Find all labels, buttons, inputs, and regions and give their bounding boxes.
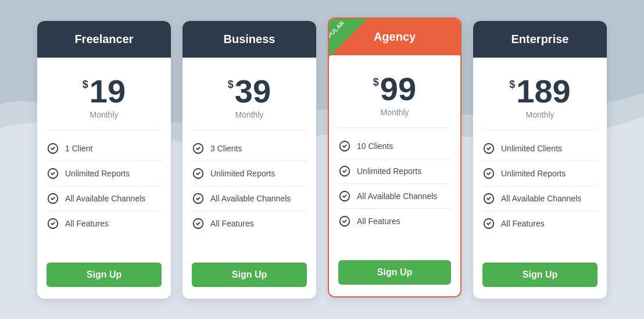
feature-label: Unlimited Reports (357, 166, 421, 176)
list-item: All Features (482, 211, 598, 236)
feature-label: 10 Clients (357, 141, 393, 151)
check-circle-icon (482, 192, 495, 205)
freelancer-currency: $ (83, 79, 88, 91)
enterprise-currency: $ (509, 79, 515, 91)
freelancer-price-section: $19Monthly (46, 69, 162, 130)
enterprise-features-list: Unlimited Clients Unlimited Reports All … (482, 130, 598, 242)
freelancer-price-row: $19 (46, 75, 162, 108)
agency-price-row: $99 (338, 73, 451, 105)
agency-body: $99Monthly 10 Clients Unlimited Reports … (329, 55, 460, 251)
pricing-cards-container: Freelancer$19Monthly 1 Client Unlimited … (14, 3, 630, 316)
feature-label: All Available Channels (357, 192, 437, 201)
check-circle-icon (338, 140, 351, 153)
feature-label: All Features (65, 219, 109, 228)
feature-label: Unlimited Reports (65, 169, 130, 178)
agency-price-period: Monthly (338, 108, 451, 117)
freelancer-features-list: 1 Client Unlimited Reports All Available… (46, 130, 162, 242)
feature-label: All Available Channels (65, 194, 145, 203)
feature-label: All Features (501, 219, 545, 228)
enterprise-body: $189Monthly Unlimited Clients Unlimited … (473, 58, 607, 253)
agency-currency: $ (373, 76, 379, 88)
feature-label: All Available Channels (501, 194, 581, 203)
list-item: 3 Clients (192, 136, 307, 161)
check-circle-icon (338, 215, 351, 228)
business-features-list: 3 Clients Unlimited Reports All Availabl… (192, 130, 307, 242)
list-item: All Available Channels (192, 186, 307, 211)
check-circle-icon (46, 217, 59, 230)
card-enterprise: Enterprise$189Monthly Unlimited Clients … (473, 21, 607, 299)
list-item: All Features (192, 211, 307, 236)
check-circle-icon (482, 142, 495, 155)
agency-signup-section: Sign Up (329, 251, 460, 296)
list-item: Unlimited Reports (482, 161, 598, 186)
check-circle-icon (338, 190, 351, 203)
freelancer-signup-button[interactable]: Sign Up (46, 263, 162, 287)
list-item: All Available Channels (338, 184, 451, 209)
check-circle-icon (192, 192, 205, 205)
list-item: All Available Channels (46, 186, 162, 211)
business-body: $39Monthly 3 Clients Unlimited Reports A… (183, 58, 316, 253)
business-price-section: $39Monthly (192, 69, 307, 130)
agency-price-section: $99Monthly (338, 67, 451, 128)
enterprise-price-section: $189Monthly (482, 69, 598, 130)
check-circle-icon (192, 142, 205, 155)
business-signup-button[interactable]: Sign Up (192, 263, 307, 287)
list-item: 1 Client (46, 136, 162, 161)
business-signup-section: Sign Up (183, 253, 316, 299)
enterprise-price-period: Monthly (482, 110, 598, 119)
card-agency: POPULARAgency$99Monthly 10 Clients Unlim… (328, 17, 461, 297)
business-header: Business (183, 21, 316, 58)
enterprise-header: Enterprise (473, 21, 607, 58)
list-item: All Features (338, 209, 451, 233)
list-item: 10 Clients (338, 134, 451, 159)
list-item: Unlimited Clients (482, 136, 598, 161)
enterprise-price-amount: 189 (516, 75, 570, 108)
freelancer-body: $19Monthly 1 Client Unlimited Reports Al… (37, 58, 171, 253)
enterprise-signup-button[interactable]: Sign Up (482, 263, 598, 287)
list-item: Unlimited Reports (46, 161, 162, 186)
feature-label: All Available Channels (210, 194, 291, 203)
check-circle-icon (46, 142, 59, 155)
business-price-row: $39 (192, 75, 307, 108)
list-item: All Features (46, 211, 162, 236)
check-circle-icon (192, 217, 205, 230)
popular-badge: POPULAR (328, 17, 368, 58)
freelancer-price-period: Monthly (46, 110, 162, 119)
business-price-period: Monthly (192, 110, 307, 119)
feature-label: Unlimited Reports (210, 169, 275, 178)
agency-signup-button[interactable]: Sign Up (338, 260, 451, 285)
feature-label: Unlimited Reports (501, 169, 566, 178)
enterprise-price-row: $189 (482, 75, 598, 108)
freelancer-header: Freelancer (37, 21, 171, 58)
check-circle-icon (482, 217, 495, 230)
list-item: All Available Channels (482, 186, 598, 211)
business-price-amount: 39 (235, 75, 271, 108)
check-circle-icon (192, 167, 205, 180)
check-circle-icon (338, 165, 351, 178)
check-circle-icon (46, 192, 59, 205)
check-circle-icon (482, 167, 495, 180)
feature-label: Unlimited Clients (501, 144, 562, 153)
list-item: Unlimited Reports (192, 161, 307, 186)
feature-label: 3 Clients (210, 144, 242, 153)
freelancer-signup-section: Sign Up (37, 253, 171, 299)
feature-label: All Features (210, 219, 254, 228)
agency-price-amount: 99 (380, 73, 416, 105)
list-item: Unlimited Reports (338, 159, 451, 184)
card-business: Business$39Monthly 3 Clients Unlimited R… (183, 21, 316, 299)
feature-label: 1 Client (65, 144, 92, 153)
business-currency: $ (228, 79, 234, 91)
agency-features-list: 10 Clients Unlimited Reports All Availab… (338, 128, 451, 239)
freelancer-price-amount: 19 (90, 75, 126, 108)
card-freelancer: Freelancer$19Monthly 1 Client Unlimited … (37, 21, 171, 299)
check-circle-icon (46, 167, 59, 180)
enterprise-signup-section: Sign Up (473, 253, 607, 299)
feature-label: All Features (357, 217, 400, 226)
